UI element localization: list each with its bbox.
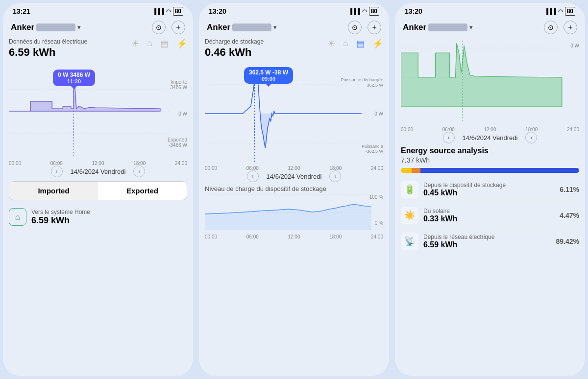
header-3: Anker ▾ ⊙ + <box>395 18 585 38</box>
time-labels-1: 00:00 06:00 12:00 18:00 24:00 <box>9 161 187 166</box>
chart-1: 0 W 3486 W 11:20 Importé 3486 W 0 W Expo… <box>9 65 187 163</box>
list-item-1: ⌂ Vers le système Home 6.59 kWh <box>9 204 187 230</box>
bar-solar <box>412 168 420 173</box>
status-icons-2: ▐▐▐ ◠ 80 <box>348 7 379 16</box>
header-title-1: Anker ▾ <box>11 23 80 32</box>
sun-icon-2: ☀ <box>327 38 335 49</box>
chevron-down-icon-3[interactable]: ▾ <box>469 24 472 31</box>
energy-bar <box>401 168 579 173</box>
home-icon-1: ⌂ <box>147 38 152 49</box>
chart-svg-3 <box>401 38 579 124</box>
sub-chart-2: 100 % 0 % 00:00 06:00 12:00 18:00 24:00 <box>205 194 383 234</box>
toggle-1: Imported Exported <box>9 181 187 200</box>
time-1: 13:21 <box>13 7 30 15</box>
source-pct-1: 4.47% <box>560 212 579 219</box>
next-date-3[interactable]: › <box>525 132 537 143</box>
time-labels-3: 00:00 06:00 12:00 18:00 24:00 <box>401 127 579 132</box>
home-icon-2: ⌂ <box>343 38 348 49</box>
wifi-icon-1: ◠ <box>166 8 171 15</box>
brand-3: Anker <box>403 23 426 32</box>
source-details-0: Depuis le dispositif de stockage 0.45 kW… <box>423 182 560 197</box>
content-2: Décharge de stockage 0.46 kWh ☀ ⌂ ▤ ⚡ 36… <box>199 38 389 376</box>
source-item-0: 🔋 Depuis le dispositif de stockage 0.45 … <box>401 177 579 203</box>
source-icon-2: 📡 <box>401 233 418 250</box>
header-title-3: Anker ▾ <box>403 23 472 32</box>
panel-1: 13:21 ▐▐▐ ◠ 80 Anker ▾ ⊙ + Données du ré… <box>3 3 193 376</box>
chart-3: 0 W 00:00 06:00 12:00 18:00 24:00 <box>401 38 579 129</box>
header-2: Anker ▾ ⊙ + <box>199 18 389 38</box>
brand-2: Anker <box>207 23 230 32</box>
date-nav-2: ‹ 14/6/2024 Vendredi › <box>205 170 383 182</box>
next-date-1[interactable]: › <box>133 166 145 177</box>
tooltip-1: 0 W 3486 W 11:20 <box>53 70 95 86</box>
status-bar-1: 13:21 ▐▐▐ ◠ 80 <box>3 3 193 18</box>
toggle-imported-1[interactable]: Imported <box>9 182 98 200</box>
add-icon-2[interactable]: + <box>368 21 381 34</box>
source-icon-1: ☀️ <box>401 207 418 224</box>
wifi-icon-2: ◠ <box>362 8 367 15</box>
section-label-2: Décharge de stockage 0.46 kWh <box>205 38 264 63</box>
header-icons-3: ⊙ + <box>544 21 577 34</box>
source-pct-0: 6.11% <box>560 186 579 193</box>
source-item-2: 📡 Depuis le réseau électrique 6.59 kWh 8… <box>401 229 579 254</box>
signal-icon-2: ▐▐▐ <box>348 8 360 14</box>
import-label-1: Importé 3486 W <box>171 79 187 90</box>
panel-2: 13:20 ▐▐▐ ◠ 80 Anker ▾ ⊙ + Décharge de s… <box>199 3 389 376</box>
zero-label-3: 0 W <box>570 43 579 48</box>
tower-icon-1: ⚡ <box>176 38 187 49</box>
header-title-2: Anker ▾ <box>207 23 276 32</box>
panel-3: 13:20 ▐▐▐ ◠ 80 Anker ▾ ⊙ + 0 W <box>395 3 585 376</box>
date-nav-1: ‹ 14/6/2024 Vendredi › <box>9 166 187 177</box>
tooltip-line1-2: 362.5 W -38 W <box>249 69 288 76</box>
time-3: 13:20 <box>405 7 422 15</box>
sub-chart-svg-2 <box>205 194 383 231</box>
zero-label-2: 0 W <box>374 111 383 117</box>
tooltip-line1-1: 0 W 3486 W <box>58 71 90 78</box>
next-date-2[interactable]: › <box>329 170 341 182</box>
status-icons-3: ▐▐▐ ◠ 80 <box>544 7 575 16</box>
time-2: 13:20 <box>209 7 226 15</box>
energy-analysis: Energy source analysis 7.37 kWh 🔋 Depuis… <box>401 146 579 254</box>
add-icon-3[interactable]: + <box>564 21 577 34</box>
content-3: 0 W 00:00 06:00 12:00 18:00 24:00 ‹ 14/6… <box>395 38 585 376</box>
prev-date-2[interactable]: ‹ <box>247 170 259 182</box>
toggle-exported-1[interactable]: Exported <box>98 182 187 200</box>
chevron-down-icon-1[interactable]: ▾ <box>77 24 80 31</box>
bottom-label-2: Puissanc e -362.5 W <box>362 144 383 154</box>
list-details-1: Vers le système Home 6.59 kWh <box>31 209 90 226</box>
camera-icon-3[interactable]: ⊙ <box>544 21 558 34</box>
nav-icons-2: ☀ ⌂ ▤ ⚡ <box>327 38 383 49</box>
prev-date-1[interactable]: ‹ <box>51 166 63 177</box>
source-details-2: Depuis le réseau électrique 6.59 kWh <box>423 234 556 249</box>
camera-icon-2[interactable]: ⊙ <box>348 21 362 34</box>
device-name-2 <box>232 24 271 31</box>
device-name-3 <box>428 24 467 31</box>
chart-svg-1 <box>9 65 187 158</box>
signal-icon-1: ▐▐▐ <box>152 8 164 14</box>
sub-time-labels-2: 00:00 06:00 12:00 18:00 24:00 <box>205 234 383 239</box>
status-icons-1: ▐▐▐ ◠ 80 <box>152 7 183 16</box>
brand-1: Anker <box>11 23 34 32</box>
tooltip-line2-2: 09:00 <box>249 76 288 82</box>
source-pct-2: 89.42% <box>556 237 579 245</box>
sun-icon-1: ☀ <box>131 38 139 49</box>
chevron-down-icon-2[interactable]: ▾ <box>273 24 276 31</box>
top-label-2: Puissance déchargée 362.5 W <box>341 77 383 88</box>
status-bar-3: 13:20 ▐▐▐ ◠ 80 <box>395 3 585 18</box>
tooltip-2: 362.5 W -38 W 09:00 <box>244 67 293 84</box>
time-labels-2: 00:00 06:00 12:00 18:00 24:00 <box>205 166 383 171</box>
source-details-1: Du solaire 0.33 kWh <box>423 208 560 223</box>
source-item-1: ☀️ Du solaire 0.33 kWh 4.47% <box>401 203 579 229</box>
add-icon-1[interactable]: + <box>172 21 185 34</box>
prev-date-3[interactable]: ‹ <box>443 132 455 143</box>
camera-icon-1[interactable]: ⊙ <box>152 21 166 34</box>
content-1: Données du réseau électrique 6.59 kWh ☀ … <box>3 38 193 376</box>
source-icon-0: 🔋 <box>401 181 418 198</box>
date-label-1: 14/6/2024 Vendredi <box>71 168 126 175</box>
bar-storage <box>401 168 412 173</box>
export-label-1: Exported -3486 W <box>168 137 187 148</box>
device-name-1 <box>36 24 75 31</box>
battery-icon-2: ▤ <box>356 38 365 49</box>
section-label-1: Données du réseau électrique 6.59 kWh <box>9 38 87 63</box>
zero-label-1: 0 W <box>178 111 187 117</box>
